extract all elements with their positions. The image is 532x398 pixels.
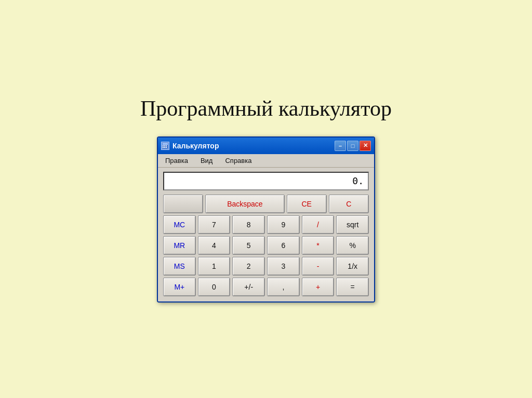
percent-button[interactable]: % bbox=[336, 236, 369, 255]
title-bar-left: Калькулятор bbox=[161, 142, 219, 150]
window-title: Калькулятор bbox=[172, 142, 219, 150]
seven-button[interactable]: 7 bbox=[198, 215, 231, 234]
nine-button[interactable]: 9 bbox=[267, 215, 300, 234]
minimize-button[interactable]: – bbox=[335, 141, 346, 151]
mr-button[interactable]: MR bbox=[163, 236, 196, 255]
button-row-1: MC 7 8 9 / sqrt bbox=[163, 215, 369, 234]
equals-button[interactable]: = bbox=[336, 278, 369, 296]
ms-button[interactable]: MS bbox=[163, 257, 196, 276]
c-button[interactable]: C bbox=[329, 195, 369, 213]
menu-help[interactable]: Справка bbox=[223, 156, 254, 166]
mc-button[interactable]: MC bbox=[163, 215, 196, 234]
six-button[interactable]: 6 bbox=[267, 236, 300, 255]
title-bar: Калькулятор – □ ✕ bbox=[158, 138, 374, 154]
button-row-0: Backspace CE C bbox=[163, 195, 369, 213]
svg-rect-7 bbox=[166, 147, 167, 148]
svg-rect-4 bbox=[166, 145, 167, 146]
negate-button[interactable]: +/- bbox=[232, 278, 265, 296]
svg-rect-3 bbox=[164, 145, 165, 146]
calculator-window: Калькулятор – □ ✕ Правка Вид Справка 0. … bbox=[157, 136, 375, 303]
calculator-body: 0. Backspace CE C MC 7 8 9 / sqrt MR bbox=[158, 168, 374, 301]
multiply-button[interactable]: * bbox=[302, 236, 335, 255]
maximize-button[interactable]: □ bbox=[347, 141, 358, 151]
menu-view[interactable]: Вид bbox=[198, 156, 215, 166]
button-row-3: MS 1 2 3 - 1/x bbox=[163, 257, 369, 276]
svg-rect-6 bbox=[164, 147, 165, 148]
four-button[interactable]: 4 bbox=[198, 236, 231, 255]
minus-button[interactable]: - bbox=[302, 257, 335, 276]
svg-rect-1 bbox=[163, 143, 168, 145]
plus-button[interactable]: + bbox=[302, 278, 335, 296]
divide-button[interactable]: / bbox=[302, 215, 335, 234]
decimal-button[interactable]: , bbox=[267, 278, 300, 296]
svg-rect-5 bbox=[163, 147, 164, 148]
reciprocal-button[interactable]: 1/x bbox=[336, 257, 369, 276]
close-button[interactable]: ✕ bbox=[360, 141, 371, 151]
memory-indicator bbox=[163, 195, 203, 213]
calculator-icon bbox=[161, 142, 169, 150]
mplus-button[interactable]: M+ bbox=[163, 278, 196, 296]
svg-rect-2 bbox=[163, 145, 164, 146]
one-button[interactable]: 1 bbox=[198, 257, 231, 276]
menu-bar: Правка Вид Справка bbox=[158, 154, 374, 168]
backspace-button[interactable]: Backspace bbox=[205, 195, 284, 213]
three-button[interactable]: 3 bbox=[267, 257, 300, 276]
eight-button[interactable]: 8 bbox=[232, 215, 265, 234]
buttons-grid: Backspace CE C MC 7 8 9 / sqrt MR 4 5 6 … bbox=[163, 195, 369, 296]
display: 0. bbox=[163, 172, 369, 190]
sqrt-button[interactable]: sqrt bbox=[336, 215, 369, 234]
button-row-2: MR 4 5 6 * % bbox=[163, 236, 369, 255]
page-title: Программный калькулятор bbox=[140, 96, 392, 121]
two-button[interactable]: 2 bbox=[232, 257, 265, 276]
zero-button[interactable]: 0 bbox=[198, 278, 231, 296]
window-controls: – □ ✕ bbox=[335, 141, 371, 151]
menu-edit[interactable]: Правка bbox=[163, 156, 190, 166]
ce-button[interactable]: CE bbox=[287, 195, 327, 213]
five-button[interactable]: 5 bbox=[232, 236, 265, 255]
button-row-4: M+ 0 +/- , + = bbox=[163, 278, 369, 296]
